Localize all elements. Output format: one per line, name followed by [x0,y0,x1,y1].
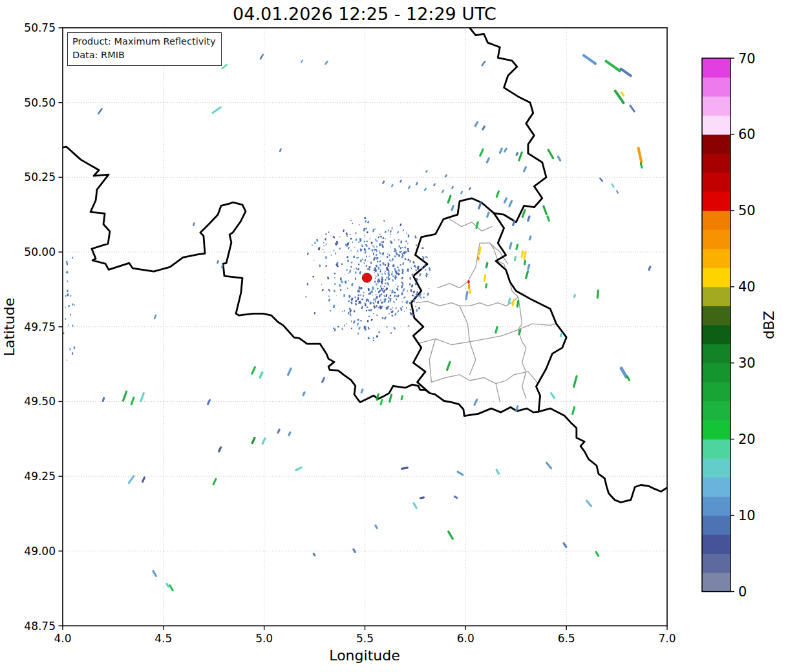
colorbar-segment [702,115,730,134]
echo-streak [504,147,508,153]
clutter-dot [357,319,359,321]
echo-streak [441,189,444,193]
clutter-dot [351,283,354,286]
clutter-dot [357,322,359,326]
echo-streak [637,147,643,163]
clutter-dot [384,286,385,287]
colorbar-segment [702,211,730,230]
clutter-dot [367,306,368,308]
clutter-dot [340,289,341,291]
clutter-dot [379,234,381,235]
clutter-dot [422,247,424,249]
district-border-line [449,219,492,231]
clutter-dot [374,299,376,301]
clutter-dot [337,326,339,328]
colorbar-tick-label: 70 [738,51,756,67]
y-tick-label: 49.00 [24,545,56,558]
echo-streak [451,185,454,189]
clutter-dot [350,266,352,268]
clutter-dot [333,249,335,251]
edge-speck [68,324,69,326]
clutter-dot [376,254,378,257]
edge-speck [70,313,71,315]
clutter-dot [385,279,387,281]
clutter-dot [351,320,352,322]
clutter-dot [376,294,377,295]
clutter-dot [314,312,315,314]
clutter-dot [380,257,381,257]
clutter-dot [366,256,367,258]
clutter-dot [355,277,356,279]
clutter-dot [374,280,376,282]
clutter-dot [378,331,380,333]
clutter-dot [348,273,349,275]
clutter-dot [371,291,373,293]
clutter-dot [405,240,407,242]
clutter-dot [385,238,385,240]
clutter-dot [384,272,386,275]
clutter-dot [324,251,325,253]
echo-streak [495,190,500,198]
clutter-dot [395,252,398,255]
clutter-dot [391,291,392,293]
clutter-dot [361,299,363,300]
echo-streak [597,289,599,299]
clutter-dot [346,323,348,324]
clutter-dot [367,320,369,322]
clutter-dot [328,295,330,297]
country-border-line [411,198,494,394]
clutter-dot [334,283,336,285]
echo-streak [279,148,282,152]
clutter-dot [346,269,348,271]
clutter-dot [318,247,321,250]
clutter-dot [370,309,372,311]
echo-streak [301,59,304,63]
clutter-dot [424,264,425,266]
echo-streak [474,121,479,127]
clutter-dot [385,294,387,297]
echo-streak [382,180,385,184]
echo-streak [394,312,397,316]
echo-streak [611,183,615,188]
clutter-dot [365,220,367,223]
clutter-dot [422,268,423,269]
clutter-dot [350,238,352,240]
clutter-dot [369,238,370,240]
clutter-dot [390,246,390,247]
y-tick-label: 50.00 [24,246,56,258]
clutter-dot [381,288,383,289]
colorbar-segment [702,420,730,439]
colorbar-segment [702,458,730,478]
y-tick-label: 48.75 [24,620,56,633]
colorbar-segment [702,268,730,287]
colorbar-tick-label: 0 [738,584,747,600]
clutter-dot [352,297,353,299]
clutter-dot [391,315,393,317]
clutter-dot [392,308,394,309]
product-annotation-box: Product: Maximum Reflectivity Data: RMIB [67,32,222,66]
clutter-dot [381,273,383,275]
colorbar-segment [702,382,730,401]
district-border-line [522,372,526,399]
edge-speck [67,263,68,265]
colorbar-segment [702,173,730,192]
clutter-dot [357,269,359,271]
clutter-dot [385,282,386,284]
colorbar-tick-label: 10 [738,508,756,523]
echo-streak [479,148,485,157]
clutter-dot [397,231,399,234]
clutter-dot [373,299,375,300]
colorbar-segment [702,572,730,592]
clutter-dot [401,269,403,272]
edge-speck [72,325,73,327]
echo-streak [447,194,452,204]
echo-streak [582,54,597,65]
clutter-dot [368,256,370,257]
echo-streak [259,54,264,60]
clutter-dot [374,249,375,251]
echo-streak [619,67,632,78]
echo-streak [154,314,157,319]
clutter-dot [396,295,398,297]
echo-streak [211,106,222,114]
clutter-dot [383,288,384,289]
